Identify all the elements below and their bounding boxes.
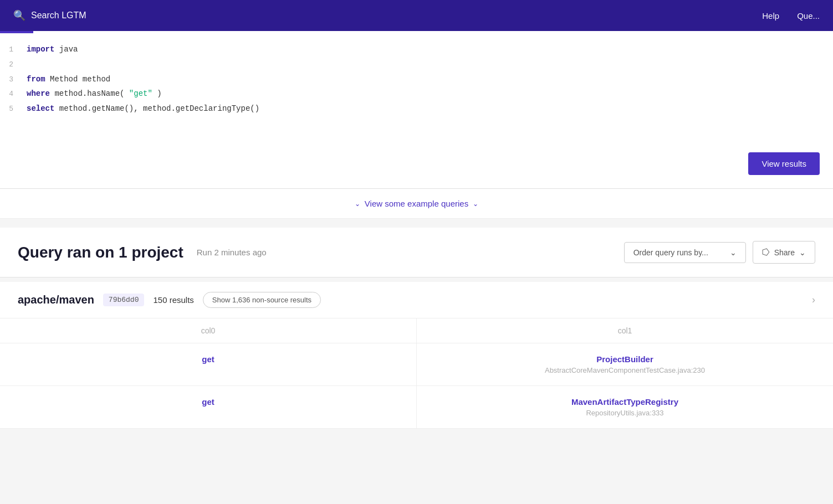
code-line-2: 2 bbox=[0, 57, 833, 72]
col0-header: col0 bbox=[0, 318, 417, 343]
chevron-down-icon: ⌄ bbox=[730, 248, 737, 257]
code-text: method.hasName( bbox=[54, 89, 124, 98]
expand-icon[interactable]: › bbox=[812, 294, 815, 306]
table-cell-col0[interactable]: get bbox=[0, 343, 417, 386]
code-text: java bbox=[59, 45, 78, 54]
results-table: col0 col1 get ProjectBuilder AbstractCor… bbox=[0, 318, 833, 429]
keyword-select: select bbox=[27, 104, 54, 113]
code-line-4: 4 where method.hasName( "get" ) bbox=[0, 86, 833, 101]
line-number: 1 bbox=[0, 44, 27, 56]
code-text: ) bbox=[157, 89, 161, 98]
order-dropdown[interactable]: Order query runs by... ⌄ bbox=[624, 242, 746, 263]
project-name[interactable]: apache/maven bbox=[18, 294, 94, 306]
code-area[interactable]: 1 import java 2 3 from Method method 4 w… bbox=[0, 33, 833, 188]
query-result-title: Query ran on 1 project bbox=[18, 244, 183, 261]
commit-badge: 79b6dd0 bbox=[103, 294, 145, 306]
line-number: 3 bbox=[0, 74, 27, 86]
run-time-label: Run 2 minutes ago bbox=[197, 248, 267, 257]
table-cell-col1[interactable]: ProjectBuilder AbstractCoreMavenComponen… bbox=[417, 343, 834, 386]
col1-main: MavenArtifactTypeRegistry bbox=[417, 397, 833, 407]
col1-sub: RepositoryUtils.java:333 bbox=[417, 409, 833, 417]
nav-links: Help Que... bbox=[762, 11, 820, 20]
query-actions: Order query runs by... ⌄ ⭔ Share ⌄ bbox=[624, 241, 815, 264]
example-queries-bar[interactable]: ⌄ View some example queries ⌄ bbox=[0, 189, 833, 219]
code-line-5: 5 select method.getName(), method.getDec… bbox=[0, 101, 833, 116]
code-line-3: 3 from Method method bbox=[0, 72, 833, 87]
table-header-row: col0 col1 bbox=[0, 318, 833, 343]
code-editor: 1 import java 2 3 from Method method 4 w… bbox=[0, 31, 833, 189]
col1-sub: AbstractCoreMavenComponentTestCase.java:… bbox=[417, 366, 833, 374]
table-row: get MavenArtifactTypeRegistry Repository… bbox=[0, 386, 833, 429]
share-icon: ⭔ bbox=[762, 247, 770, 258]
table-row: get ProjectBuilder AbstractCoreMavenComp… bbox=[0, 343, 833, 386]
example-queries-label[interactable]: View some example queries bbox=[365, 199, 468, 208]
code-text: method.getName(), method.getDeclaringTyp… bbox=[59, 104, 259, 113]
table-cell-col0[interactable]: get bbox=[0, 386, 417, 429]
nav-help-link[interactable]: Help bbox=[762, 11, 779, 20]
col1-main: ProjectBuilder bbox=[417, 354, 833, 364]
table-cell-col1[interactable]: MavenArtifactTypeRegistry RepositoryUtil… bbox=[417, 386, 834, 429]
search-icon: 🔍 bbox=[13, 9, 25, 22]
string-literal: "get" bbox=[129, 89, 152, 98]
code-text: Method method bbox=[50, 75, 110, 84]
col0-main: get bbox=[0, 397, 416, 407]
nav-title[interactable]: Search LGTM bbox=[31, 11, 86, 20]
chevron-down-icon-right: ⌄ bbox=[473, 200, 478, 208]
keyword-from: from bbox=[27, 75, 45, 84]
keyword-where: where bbox=[27, 89, 50, 98]
line-number: 4 bbox=[0, 89, 27, 100]
show-non-source-button[interactable]: Show 1,636 non-source results bbox=[203, 292, 321, 308]
results-count: 150 results bbox=[153, 295, 193, 305]
nav-que-link[interactable]: Que... bbox=[797, 11, 820, 20]
keyword-import: import bbox=[27, 45, 54, 54]
order-dropdown-label: Order query runs by... bbox=[633, 248, 708, 257]
col1-header: col1 bbox=[417, 318, 834, 343]
code-line-1: 1 import java bbox=[0, 42, 833, 57]
top-nav: 🔍 Search LGTM Help Que... bbox=[0, 0, 833, 31]
view-results-button[interactable]: View results bbox=[748, 152, 820, 175]
line-number: 2 bbox=[0, 59, 27, 71]
share-label: Share bbox=[774, 248, 795, 257]
project-header: apache/maven 79b6dd0 150 results Show 1,… bbox=[0, 282, 833, 318]
chevron-down-icon: ⌄ bbox=[355, 200, 360, 208]
query-result-header: Query ran on 1 project Run 2 minutes ago… bbox=[0, 228, 833, 277]
col0-main: get bbox=[0, 354, 416, 364]
results-section: apache/maven 79b6dd0 150 results Show 1,… bbox=[0, 282, 833, 429]
share-button[interactable]: ⭔ Share ⌄ bbox=[753, 241, 815, 264]
line-number: 5 bbox=[0, 104, 27, 115]
chevron-down-icon: ⌄ bbox=[799, 248, 806, 257]
